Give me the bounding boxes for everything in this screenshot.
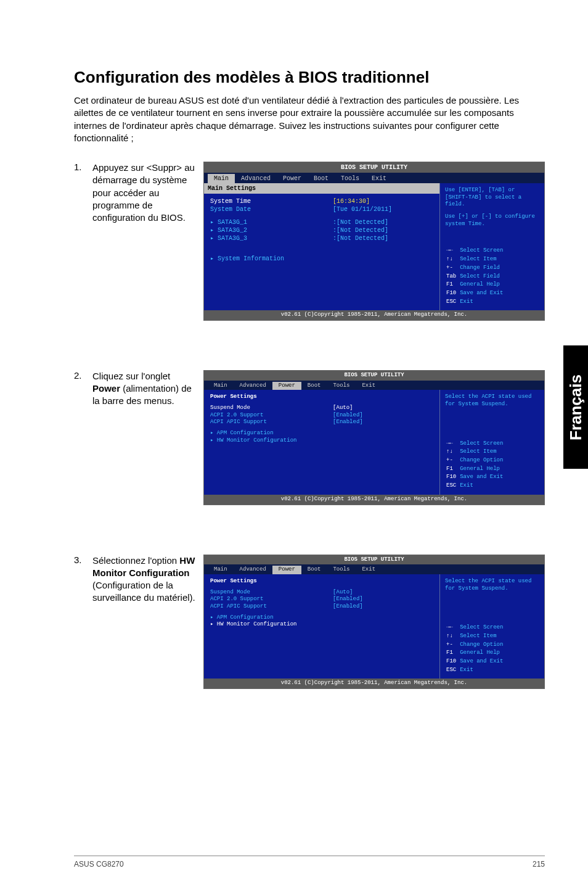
bios3-subs: APM ConfigurationHW Monitor Configuratio… (210, 614, 433, 629)
bios-tab-main: Main (208, 382, 234, 390)
bios-tab-exit: Exit (356, 382, 382, 390)
help-key-row: F10Save and Exit (446, 290, 505, 297)
bios-submenu: HW Monitor Configuration (210, 621, 433, 629)
bios3-keys: →←Select Screen↑↓Select Item+-Change Opt… (445, 623, 507, 675)
bios-tab-power: Power (272, 382, 301, 390)
bios3-title: BIOS SETUP UTILITY (204, 555, 544, 565)
bios1-keys: →←Select Screen↑↓Select Item+-Change Fie… (445, 246, 507, 307)
page-title: Configuration des modèles à BIOS traditi… (74, 68, 545, 87)
bios-tab-power: Power (272, 566, 301, 574)
bios-row: ACPI APIC Support[Enabled] (210, 603, 433, 611)
help-key-row: F10Save and Exit (446, 658, 505, 666)
bios-screenshot-1: BIOS SETUP UTILITY MainAdvancedPowerBoot… (203, 162, 545, 321)
help-key-row: →←Select Screen (446, 247, 505, 255)
bios1-help-mid: Use [+] or [-] to configure system Time. (445, 213, 539, 228)
step-3: 3. Sélectionnez l'option HW Monitor Conf… (74, 555, 545, 690)
bios3-tabs: MainAdvancedPowerBootToolsExit (204, 564, 544, 574)
bios3-help-top: Select the ACPI state used for System Su… (445, 578, 539, 592)
help-key-row: ESCExit (446, 482, 505, 490)
bios-tab-exit: Exit (365, 174, 393, 183)
bios1-rows: System Time[16:34:30]System Date[Tue 01/… (210, 197, 433, 213)
bios3-section: Power Settings (210, 578, 433, 585)
help-key-row: TabSelect Field (446, 273, 505, 281)
bios2-tabs: MainAdvancedPowerBootToolsExit (204, 381, 544, 390)
bios-tab-main: Main (208, 174, 235, 183)
bios-row: System Time[16:34:30] (210, 197, 433, 205)
bios-row: Suspend Mode[Auto] (210, 589, 433, 596)
bios-row: ▸ SATA3G_2:[Not Detected] (210, 226, 433, 234)
bios-tab-advanced: Advanced (234, 382, 272, 390)
bios1-sata: ▸ SATA3G_1:[Not Detected]▸ SATA3G_2:[Not… (210, 218, 433, 242)
bios-tab-exit: Exit (356, 566, 382, 574)
bios-tab-tools: Tools (327, 566, 356, 574)
bios2-help-top: Select the ACPI state used for System Su… (445, 394, 539, 408)
step-2-text: Cliquez sur l'onglet Power (alimentation… (92, 370, 203, 408)
step-3-text-a: Sélectionnez l'option (92, 555, 179, 566)
bios-submenu: HW Monitor Configuration (210, 437, 433, 445)
help-key-row: ESCExit (446, 299, 505, 306)
help-key-row: +-Change Field (446, 265, 505, 272)
step-1-number: 1. (74, 162, 92, 172)
step-3-text-c: (Configuration de la surveillance du mat… (92, 580, 195, 603)
bios-row: ACPI APIC Support[Enabled] (210, 419, 433, 426)
intro-paragraph: Cet ordinateur de bureau ASUS est doté d… (74, 94, 545, 144)
bios1-foot: v02.61 (C)Copyright 1985-2011, American … (204, 310, 544, 320)
bios-tab-power: Power (277, 174, 308, 183)
step-3-text: Sélectionnez l'option HW Monitor Configu… (92, 555, 203, 604)
bios3-rows: Suspend Mode[Auto]ACPI 2.0 Support[Enabl… (210, 589, 433, 611)
bios2-subs: APM ConfigurationHW Monitor Configuratio… (210, 430, 433, 444)
step-1-text: Appuyez sur <Suppr> au démarrage du syst… (92, 162, 203, 224)
bios-row: ACPI 2.0 Support[Enabled] (210, 412, 433, 419)
bios-row: ▸ SATA3G_3:[Not Detected] (210, 234, 433, 242)
bios-tab-tools: Tools (335, 174, 365, 183)
bios3-foot: v02.61 (C)Copyright 1985-2011, American … (204, 679, 544, 688)
step-2-number: 2. (74, 370, 92, 381)
page-footer: ASUS CG8270 215 (74, 856, 545, 868)
bios-tab-tools: Tools (327, 382, 356, 390)
bios-row: ▸ SATA3G_1:[Not Detected] (210, 218, 433, 226)
bios-tab-main: Main (208, 566, 234, 574)
step-2-text-b: Power (92, 383, 120, 394)
bios1-tabs: MainAdvancedPowerBootToolsExit (204, 173, 544, 183)
bios1-sysinfo: System Information (210, 255, 433, 263)
bios-tab-boot: Boot (301, 382, 327, 390)
bios-row: Suspend Mode[Auto] (210, 405, 433, 412)
bios2-section: Power Settings (210, 394, 433, 401)
bios1-help-top: Use [ENTER], [TAB] or [SHIFT-TAB] to sel… (445, 187, 539, 208)
help-key-row: →←Select Screen (446, 440, 505, 448)
footer-right: 215 (533, 860, 545, 868)
bios-tab-advanced: Advanced (234, 566, 272, 574)
help-key-row: F1General Help (446, 650, 505, 657)
bios2-title: BIOS SETUP UTILITY (204, 371, 544, 381)
bios-tab-advanced: Advanced (235, 174, 277, 183)
bios-row: System Date[Tue 01/11/2011] (210, 205, 433, 213)
bios2-keys: →←Select Screen↑↓Select Item+-Change Opt… (445, 439, 507, 491)
help-key-row: +-Change Option (446, 642, 505, 649)
bios-row: ACPI 2.0 Support[Enabled] (210, 596, 433, 603)
help-key-row: F1General Help (446, 466, 505, 473)
help-key-row: +-Change Option (446, 457, 505, 464)
bios-submenu: APM Configuration (210, 614, 433, 622)
help-key-row: ↑↓Select Item (446, 633, 505, 640)
footer-left: ASUS CG8270 (74, 860, 124, 868)
help-key-row: →←Select Screen (446, 624, 505, 632)
help-key-row: ↑↓Select Item (446, 256, 505, 263)
step-1: 1. Appuyez sur <Suppr> au démarrage du s… (74, 162, 545, 321)
step-2: 2. Cliquez sur l'onglet Power (alimentat… (74, 370, 545, 505)
help-key-row: ESCExit (446, 667, 505, 674)
step-2-text-a: Cliquez sur l'onglet (92, 371, 170, 381)
bios-submenu: APM Configuration (210, 430, 433, 437)
bios-tab-boot: Boot (308, 174, 335, 183)
help-key-row: F1General Help (446, 281, 505, 289)
bios1-section: Main Settings (204, 183, 439, 194)
bios-screenshot-2: BIOS SETUP UTILITY MainAdvancedPowerBoot… (203, 370, 545, 505)
step-3-number: 3. (74, 555, 92, 565)
help-key-row: F10Save and Exit (446, 474, 505, 481)
bios2-foot: v02.61 (C)Copyright 1985-2011, American … (204, 495, 544, 505)
bios-screenshot-3: BIOS SETUP UTILITY MainAdvancedPowerBoot… (203, 555, 545, 690)
help-key-row: ↑↓Select Item (446, 448, 505, 456)
bios-tab-boot: Boot (301, 566, 327, 574)
bios1-title: BIOS SETUP UTILITY (204, 162, 544, 173)
bios2-rows: Suspend Mode[Auto]ACPI 2.0 Support[Enabl… (210, 405, 433, 426)
